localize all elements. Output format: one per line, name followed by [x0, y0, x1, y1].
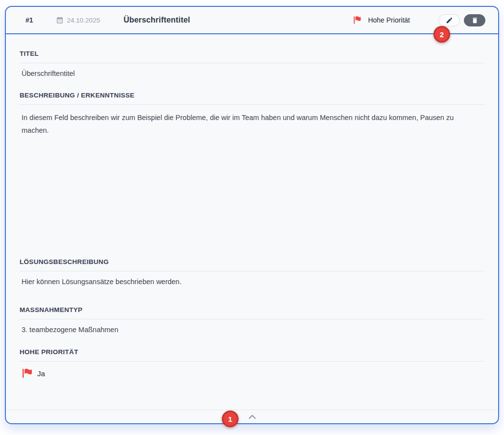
massnahmentyp-value: 3. teambezogene Maßnahmen	[20, 326, 484, 334]
card-footer	[6, 410, 498, 423]
prioritaet-value: Ja	[37, 369, 45, 378]
card-body: TITEL Überschriftentitel BESCHREIBUNG / …	[6, 34, 498, 379]
titel-value: Überschriftentitel	[20, 70, 484, 77]
priority-indicator: Hohe Priorität	[352, 15, 410, 25]
divider	[20, 319, 484, 319]
section-label-titel: TITEL	[20, 34, 484, 57]
chevron-up-icon	[248, 414, 256, 419]
section-label-massnahmentyp: MASSNAHMENTYP	[20, 306, 484, 314]
card-header: #1 24.10.2025 Überschriftentitel Hohe Pr…	[6, 7, 498, 34]
divider	[20, 104, 484, 105]
edit-button[interactable]	[438, 14, 460, 26]
trash-icon	[471, 17, 479, 24]
date-value: 24.10.2025	[67, 17, 100, 24]
priority-label: Hohe Priorität	[368, 16, 410, 24]
divider	[20, 361, 484, 362]
divider	[20, 63, 484, 63]
prioritaet-value-row: Ja	[20, 367, 484, 379]
card-title: Überschriftentitel	[123, 16, 190, 24]
issue-number: #1	[25, 16, 33, 24]
section-label-beschreibung: BESCHREIBUNG / ERKENNTNISSE	[20, 77, 484, 99]
pencil-icon	[446, 17, 453, 24]
delete-button[interactable]	[464, 14, 485, 26]
header-actions	[438, 14, 485, 26]
flag-icon	[352, 15, 362, 25]
loesung-value: Hier können Lösungsansätze beschrieben w…	[20, 278, 484, 306]
section-label-prioritaet: HOHE PRIORITÄT	[20, 334, 484, 356]
date-group: 24.10.2025	[56, 16, 100, 24]
collapse-button[interactable]	[242, 411, 262, 423]
divider	[20, 271, 484, 271]
calendar-icon	[56, 16, 64, 24]
detail-card: #1 24.10.2025 Überschriftentitel Hohe Pr…	[5, 6, 499, 424]
section-label-loesung: LÖSUNGSBESCHREIBUNG	[20, 258, 484, 266]
beschreibung-value: In diesem Feld beschreiben wir zum Beisp…	[20, 111, 484, 258]
flag-icon	[21, 367, 32, 379]
annotation-badge-1: 1	[222, 411, 239, 427]
annotation-badge-2: 2	[433, 26, 450, 43]
